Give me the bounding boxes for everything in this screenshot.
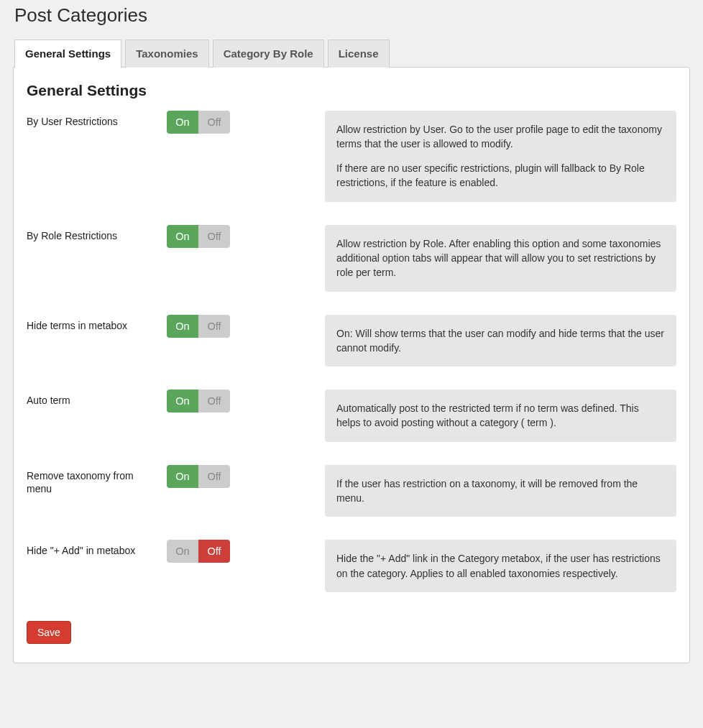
toggle-on-button[interactable]: On xyxy=(167,315,198,338)
description-text: Allow restriction by Role. After enablin… xyxy=(336,236,665,280)
toggle-on-button[interactable]: On xyxy=(167,390,198,413)
setting-remove-taxonomy-from-menu: Remove taxonomy from menu On Off If the … xyxy=(27,465,676,517)
setting-description: Automatically post to the restricted ter… xyxy=(325,390,676,442)
tab-category-by-role[interactable]: Category By Role xyxy=(213,40,324,68)
setting-description: Allow restriction by Role. After enablin… xyxy=(325,225,676,292)
toggle-remove-taxonomy-from-menu[interactable]: On Off xyxy=(167,465,230,488)
toggle-off-button[interactable]: Off xyxy=(198,225,230,248)
description-text: If the user has restriction on a taxonom… xyxy=(336,476,665,506)
settings-panel: General Settings By User Restrictions On… xyxy=(13,67,690,663)
setting-label: Remove taxonomy from menu xyxy=(27,465,152,495)
description-text: Hide the "+ Add" link in the Category me… xyxy=(336,551,665,581)
save-button[interactable]: Save xyxy=(27,621,71,644)
setting-label: Hide terms in metabox xyxy=(27,315,152,332)
setting-description: Allow restriction by User. Go to the use… xyxy=(325,111,676,202)
toggle-off-button[interactable]: Off xyxy=(198,540,230,563)
toggle-by-user-restrictions[interactable]: On Off xyxy=(167,111,230,134)
toggle-on-button[interactable]: On xyxy=(167,540,198,563)
toggle-off-button[interactable]: Off xyxy=(198,111,230,134)
setting-description: On: Will show terms that the user can mo… xyxy=(325,315,676,367)
toggle-on-button[interactable]: On xyxy=(167,225,198,248)
setting-label: By Role Restrictions xyxy=(27,225,152,242)
toggle-by-role-restrictions[interactable]: On Off xyxy=(167,225,230,248)
tabs-nav: General Settings Taxonomies Category By … xyxy=(14,40,690,68)
setting-by-user-restrictions: By User Restrictions On Off Allow restri… xyxy=(27,111,676,202)
setting-description: If the user has restriction on a taxonom… xyxy=(325,465,676,517)
setting-label: Auto term xyxy=(27,390,152,407)
description-text: Automatically post to the restricted ter… xyxy=(336,401,665,430)
page-title: Post Categories xyxy=(13,0,690,40)
toggle-hide-add-in-metabox[interactable]: On Off xyxy=(167,540,230,563)
setting-hide-terms-in-metabox: Hide terms in metabox On Off On: Will sh… xyxy=(27,315,676,367)
toggle-on-button[interactable]: On xyxy=(167,465,198,488)
setting-by-role-restrictions: By Role Restrictions On Off Allow restri… xyxy=(27,225,676,292)
toggle-hide-terms-in-metabox[interactable]: On Off xyxy=(167,315,230,338)
setting-auto-term: Auto term On Off Automatically post to t… xyxy=(27,390,676,442)
tab-general-settings[interactable]: General Settings xyxy=(14,40,121,68)
toggle-off-button[interactable]: Off xyxy=(198,390,230,413)
tab-taxonomies[interactable]: Taxonomies xyxy=(125,40,208,68)
setting-label: By User Restrictions xyxy=(27,111,152,128)
description-text: If there are no user specific restrictio… xyxy=(336,161,665,190)
setting-hide-add-in-metabox: Hide "+ Add" in metabox On Off Hide the … xyxy=(27,540,676,592)
toggle-auto-term[interactable]: On Off xyxy=(167,390,230,413)
description-text: Allow restriction by User. Go to the use… xyxy=(336,122,665,152)
setting-description: Hide the "+ Add" link in the Category me… xyxy=(325,540,676,592)
section-title: General Settings xyxy=(27,82,676,99)
description-text: On: Will show terms that the user can mo… xyxy=(336,326,665,356)
toggle-off-button[interactable]: Off xyxy=(198,465,230,488)
setting-label: Hide "+ Add" in metabox xyxy=(27,540,152,557)
toggle-on-button[interactable]: On xyxy=(167,111,198,134)
toggle-off-button[interactable]: Off xyxy=(198,315,230,338)
tab-license[interactable]: License xyxy=(328,40,390,68)
